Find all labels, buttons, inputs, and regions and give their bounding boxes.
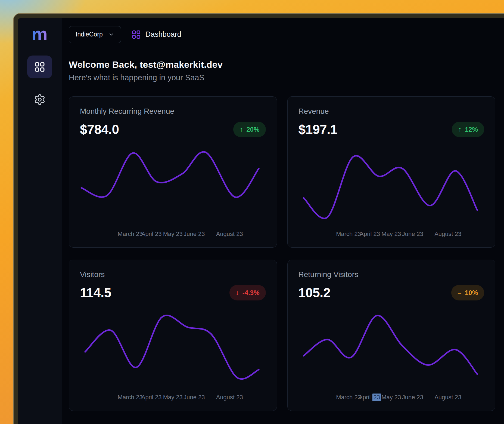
trend-badge: ↑ 12% xyxy=(452,122,484,137)
gear-icon xyxy=(34,94,46,106)
x-axis-label: June 23 xyxy=(183,394,205,401)
x-axis-label: April 23 xyxy=(141,231,162,238)
trend-label: 12% xyxy=(465,126,478,133)
x-axis-label: April 23 xyxy=(141,394,162,401)
card-title: Returning Visitors xyxy=(298,270,484,279)
sidebar-item-settings[interactable] xyxy=(34,94,46,107)
sidebar: m xyxy=(18,18,61,424)
x-axis: March 23April 23May 23June 23August 23 xyxy=(298,231,484,239)
x-axis-label: May 23 xyxy=(163,231,183,238)
trend-label: 10% xyxy=(465,289,478,297)
x-axis-label: August 23 xyxy=(216,394,243,401)
sparkline-chart xyxy=(80,307,266,392)
value-row: 105.2 = 10% xyxy=(298,285,484,300)
x-axis-label: May 23 xyxy=(163,394,183,401)
sidebar-item-dashboard[interactable] xyxy=(27,56,52,78)
x-axis-label: June 23 xyxy=(402,394,423,401)
selected-text: 23 xyxy=(372,394,381,401)
trend-badge: ↑ 20% xyxy=(233,122,266,137)
x-axis-label: June 23 xyxy=(402,231,423,238)
x-axis: March 23April 23May 23June 23August 23 xyxy=(298,394,484,403)
metric-value: 114.5 xyxy=(80,285,111,300)
app-root: m IndieCorp xyxy=(18,18,504,424)
page-content: Welcome Back, test@makerkit.dev Here's w… xyxy=(61,51,504,424)
org-switcher-button[interactable]: IndieCorp xyxy=(69,26,121,43)
x-axis-label: May 23 xyxy=(381,394,401,401)
welcome-heading: Welcome Back, test@makerkit.dev xyxy=(69,59,495,70)
x-axis-label: August 23 xyxy=(216,231,243,238)
x-axis-label: April 23 xyxy=(359,394,381,401)
card-revenue: Revenue $197.1 ↑ 12% March 23April 23May… xyxy=(287,96,496,248)
arrow-down-icon: ↓ xyxy=(236,288,239,297)
metric-value: $784.0 xyxy=(80,122,119,137)
main-area: IndieCorp Dashboard Welcome Back, test@m… xyxy=(61,18,504,424)
value-row: 114.5 ↓ -4.3% xyxy=(80,285,266,300)
value-row: $784.0 ↑ 20% xyxy=(80,122,266,137)
x-axis-label: March 23 xyxy=(336,394,361,401)
chevron-down-icon xyxy=(108,32,114,38)
top-bar: IndieCorp Dashboard xyxy=(61,18,504,51)
x-axis-label: May 23 xyxy=(381,231,401,238)
breadcrumb-dashboard[interactable]: Dashboard xyxy=(131,30,181,39)
welcome-subtitle: Here's what is happening in your SaaS xyxy=(69,73,495,82)
arrow-up-icon: ↑ xyxy=(239,125,243,134)
x-axis-label: March 23 xyxy=(118,394,143,401)
x-axis-label: August 23 xyxy=(434,231,461,238)
equals-icon: = xyxy=(458,288,462,297)
x-axis: March 23April 23May 23June 23August 23 xyxy=(80,394,266,403)
x-axis-label: June 23 xyxy=(183,231,205,238)
x-axis-label: April 23 xyxy=(360,231,380,238)
trend-label: 20% xyxy=(246,126,259,133)
trend-badge: = 10% xyxy=(451,285,484,300)
trend-label: -4.3% xyxy=(242,289,260,297)
card-title: Monthly Recurring Revenue xyxy=(80,107,266,116)
x-axis-label: March 23 xyxy=(118,231,143,238)
makerkit-logo: m xyxy=(32,25,48,43)
card-title: Visitors xyxy=(80,270,266,279)
card-returning-visitors: Returning Visitors 105.2 = 10% March 23A… xyxy=(287,260,496,411)
arrow-up-icon: ↑ xyxy=(458,125,462,134)
value-row: $197.1 ↑ 12% xyxy=(298,122,484,137)
card-visitors: Visitors 114.5 ↓ -4.3% March 23April 23M… xyxy=(69,260,277,411)
metric-value: $197.1 xyxy=(298,122,338,137)
org-switcher-label: IndieCorp xyxy=(76,31,103,38)
sparkline-chart xyxy=(298,307,484,392)
sparkline-chart xyxy=(298,144,484,229)
trend-badge: ↓ -4.3% xyxy=(229,285,266,300)
stats-grid: Monthly Recurring Revenue $784.0 ↑ 20% M… xyxy=(69,96,495,411)
metric-value: 105.2 xyxy=(298,285,331,300)
app-window: m IndieCorp xyxy=(13,13,504,424)
card-monthly-recurring-revenue: Monthly Recurring Revenue $784.0 ↑ 20% M… xyxy=(69,96,277,248)
x-axis-label: August 23 xyxy=(434,394,461,401)
card-title: Revenue xyxy=(298,107,484,116)
page-title: Dashboard xyxy=(145,30,181,39)
sparkline-chart xyxy=(80,144,266,229)
x-axis-label: March 23 xyxy=(336,231,361,238)
grid-icon xyxy=(131,30,141,39)
grid-icon xyxy=(34,61,45,73)
x-axis: March 23April 23May 23June 23August 23 xyxy=(80,231,266,239)
